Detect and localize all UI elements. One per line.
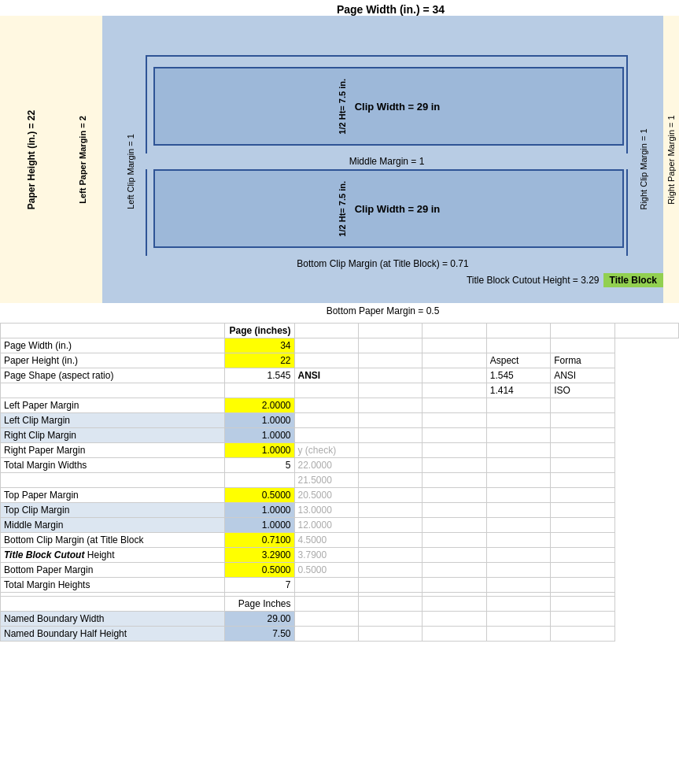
diagram-section: Page Width (in.) = 34 Left Clip Margin =…	[0, 0, 679, 323]
right-clip-margin-label: Right Clip Margin = 1	[639, 128, 648, 209]
row-extra3: ISO	[551, 383, 614, 398]
row-empty2	[423, 597, 486, 612]
paper-height-area: Paper Height (in.) = 22	[0, 16, 63, 303]
table-row: Page Inches	[1, 597, 679, 612]
row-extra: 22.0000	[294, 458, 358, 473]
row-empty2	[423, 353, 486, 368]
header-empty5	[551, 324, 614, 338]
bottom-paper-margin: Bottom Paper Margin = 0.5	[327, 305, 440, 316]
row-extra3	[551, 488, 614, 503]
paper-height-label: Paper Height (in.) = 22	[26, 109, 37, 209]
row-extra: 21.5000	[294, 473, 358, 488]
table-row: Bottom Clip Margin (at Title Block0.7100…	[1, 533, 679, 548]
table-row: 21.5000	[1, 473, 679, 488]
row-value: 7.50	[224, 627, 294, 642]
left-paper-margin-area: Left Paper Margin = 2	[63, 16, 102, 303]
left-clip-margin-side-area: Left Clip Margin = 1	[116, 63, 144, 279]
row-value: 3.2900	[224, 548, 294, 563]
middle-margin: Middle Margin = 1	[349, 156, 425, 167]
row-extra3	[551, 443, 614, 458]
row-empty2	[423, 458, 486, 473]
row-extra: 12.0000	[294, 518, 358, 533]
table-row: Named Boundary Half Height7.50	[1, 627, 679, 642]
row-empty2	[423, 548, 486, 563]
table-row: Title Block Cutout Height3.29003.7900	[1, 548, 679, 563]
row-value: 7	[224, 578, 294, 593]
lower-clip-width: Clip Width = 29 in	[355, 203, 441, 215]
table-row: Middle Margin1.000012.0000	[1, 518, 679, 533]
right-clip-margin-area: Right Clip Margin = 1	[628, 55, 659, 283]
row-extra3: ANSI	[551, 368, 614, 383]
row-extra	[294, 627, 358, 642]
row-extra	[294, 597, 358, 612]
row-empty1	[358, 383, 422, 398]
row-value: 1.545	[224, 368, 294, 383]
bottom-clip-margin-row: Bottom Clip Margin (at Title Block) = 0.…	[102, 256, 663, 272]
row-extra2	[486, 488, 550, 503]
row-extra2	[486, 578, 550, 593]
row-empty2	[423, 627, 486, 642]
row-extra2	[486, 533, 550, 548]
title-block-row: Title Block Cutout Height = 3.29 Title B…	[102, 272, 663, 289]
upper-clip-width: Clip Width = 29 in	[355, 101, 441, 113]
lower-half-ht: 1/2 Ht= 7.5 in.	[338, 181, 347, 237]
table-row: Total Margin Heights7	[1, 578, 679, 593]
row-extra: 20.5000	[294, 488, 358, 503]
table-row: Bottom Paper Margin0.50000.5000	[1, 563, 679, 578]
row-extra2	[486, 548, 550, 563]
header-label-cell	[1, 324, 225, 338]
header-page-inches: Page (inches)	[224, 324, 294, 338]
row-extra3	[551, 548, 614, 563]
row-empty2	[423, 518, 486, 533]
table-row: Left Clip Margin1.0000	[1, 413, 679, 428]
row-extra2	[486, 428, 550, 443]
row-label: Right Clip Margin	[1, 428, 225, 443]
row-extra3	[551, 458, 614, 473]
row-extra	[294, 413, 358, 428]
row-label: Left Clip Margin	[1, 413, 225, 428]
row-empty2	[423, 533, 486, 548]
row-value: 1.0000	[224, 443, 294, 458]
row-extra3	[551, 413, 614, 428]
header-empty4	[486, 324, 550, 338]
row-extra: 13.0000	[294, 503, 358, 518]
row-empty1	[358, 578, 422, 593]
middle-margin-row: Middle Margin = 1	[146, 153, 628, 169]
row-extra3	[551, 338, 614, 353]
left-paper-margin-label: Left Paper Margin = 2	[78, 116, 87, 204]
row-extra	[294, 338, 358, 353]
row-label: Title Block Cutout Height	[1, 548, 225, 563]
row-empty2	[423, 563, 486, 578]
row-value: 0.5000	[224, 563, 294, 578]
row-extra2	[486, 612, 550, 627]
row-extra3	[551, 398, 614, 413]
row-extra3	[551, 612, 614, 627]
row-empty1	[358, 627, 422, 642]
row-empty1	[358, 533, 422, 548]
row-extra2	[486, 563, 550, 578]
row-extra3	[551, 428, 614, 443]
row-extra: 3.7900	[294, 548, 358, 563]
row-extra2	[486, 413, 550, 428]
row-empty1	[358, 563, 422, 578]
row-empty2	[423, 488, 486, 503]
row-empty2	[423, 383, 486, 398]
row-empty1	[358, 428, 422, 443]
row-value: 0.5000	[224, 488, 294, 503]
header-empty6	[614, 324, 678, 338]
row-extra2	[486, 627, 550, 642]
table-row: Top Paper Margin0.500020.5000	[1, 488, 679, 503]
title-block-cutout: Title Block Cutout Height = 3.29	[467, 275, 600, 286]
table-row: Total Margin Widths522.0000	[1, 458, 679, 473]
row-value	[224, 473, 294, 488]
row-value: 5	[224, 458, 294, 473]
row-value: 1.0000	[224, 503, 294, 518]
row-extra: y (check)	[294, 443, 358, 458]
row-empty1	[358, 353, 422, 368]
row-empty1	[358, 338, 422, 353]
row-value: 1.0000	[224, 413, 294, 428]
row-extra3	[551, 533, 614, 548]
table-row: Named Boundary Width29.00	[1, 612, 679, 627]
row-label: Named Boundary Half Height	[1, 627, 225, 642]
row-empty1	[358, 597, 422, 612]
